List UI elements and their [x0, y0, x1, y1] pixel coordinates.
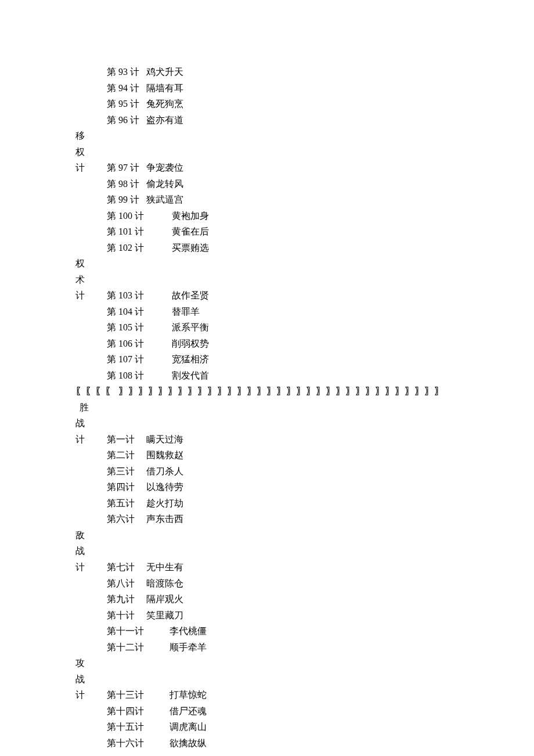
stratagem-title: 替罪羊 — [172, 307, 200, 316]
stratagem-title: 宽猛相济 — [172, 354, 209, 364]
stratagem-title: 黄雀在后 — [172, 226, 209, 236]
stratagem-number: 第十二计 — [107, 639, 167, 656]
stratagem-number: 第七计 — [107, 559, 144, 575]
category-char: 胜 — [75, 399, 459, 416]
stratagem-number: 第 105 计 — [107, 319, 169, 336]
stratagem-number: 第十一计 — [107, 623, 167, 639]
stratagem-title: 盗亦有道 — [146, 115, 183, 125]
stratagem-title: 顺手牵羊 — [169, 642, 207, 652]
stratagem-row: 第 96 计 盗亦有道 — [75, 112, 459, 128]
stratagem-number: 第 94 计 — [107, 80, 144, 96]
stratagem-title: 笑里藏刀 — [146, 610, 183, 620]
stratagem-title: 割发代首 — [172, 370, 209, 380]
stratagem-title: 争宠袭位 — [146, 163, 183, 172]
stratagem-row: 第 98 计 偷龙转风 — [75, 176, 459, 192]
stratagem-title: 偷龙转风 — [146, 179, 183, 189]
stratagem-number: 第 102 计 — [107, 240, 169, 256]
stratagem-number: 第十五计 — [107, 719, 167, 735]
stratagem-title: 派系平衡 — [172, 322, 209, 332]
stratagem-row: 第二计 围魏救赵 — [75, 447, 459, 463]
stratagem-title: 隔岸观火 — [146, 594, 183, 604]
stratagem-number: 第 93 计 — [107, 64, 144, 80]
stratagem-title: 暗渡陈仓 — [146, 578, 183, 588]
stratagem-row: 第 100 计 黄袍加身 — [75, 208, 459, 224]
stratagem-title: 隔墙有耳 — [146, 83, 183, 93]
stratagem-title: 李代桃僵 — [169, 626, 207, 636]
category-char-inline: 计 — [75, 431, 89, 448]
stratagem-number: 第十四计 — [107, 703, 167, 719]
stratagem-row: 第 99 计 狭武逼宫 — [75, 192, 459, 208]
stratagem-row: 第十四计 借尸还魂 — [75, 703, 459, 719]
category-char: 计第七计 无中生有 — [75, 559, 459, 575]
category-char: 计第 103 计 故作圣贤 — [75, 287, 459, 304]
stratagem-number: 第 97 计 — [107, 160, 144, 176]
stratagem-row: 第三计 借刀杀人 — [75, 463, 459, 480]
stratagem-row: 第六计 声东击西 — [75, 511, 459, 527]
stratagem-title: 瞒天过海 — [146, 434, 183, 444]
stratagem-row: 第十二计 顺手牵羊 — [75, 639, 459, 656]
stratagem-title: 狭武逼宫 — [146, 195, 183, 204]
stratagem-number: 第九计 — [107, 591, 144, 607]
stratagem-row: 第 94 计 隔墙有耳 — [75, 80, 459, 96]
stratagem-number: 第二计 — [107, 447, 144, 463]
stratagem-row: 第十五计 调虎离山 — [75, 719, 459, 735]
stratagem-row: 第 106 计 削弱权势 — [75, 336, 459, 352]
category-char: 权 — [75, 255, 459, 272]
stratagem-number: 第十三计 — [107, 687, 167, 703]
category-char: 敌 — [75, 527, 459, 543]
stratagem-title: 借尸还魂 — [169, 706, 207, 716]
category-char: 计第一计 瞒天过海 — [75, 431, 459, 448]
stratagem-title: 买票贿选 — [172, 243, 209, 253]
stratagem-title: 兔死狗烹 — [146, 99, 183, 109]
category-char: 计第十三计 打草惊蛇 — [75, 687, 459, 703]
category-char: 战 — [75, 415, 459, 431]
stratagem-title: 削弱权势 — [172, 339, 209, 348]
stratagem-row: 第 95 计 兔死狗烹 — [75, 96, 459, 112]
stratagem-title: 调虎离山 — [169, 722, 207, 732]
stratagem-number: 第 107 计 — [107, 351, 169, 368]
stratagem-title: 无中生有 — [146, 562, 183, 572]
stratagem-title: 声东击西 — [146, 514, 183, 524]
stratagem-row: 第九计 隔岸观火 — [75, 591, 459, 607]
category-char: 术 — [75, 272, 459, 288]
category-char: 战 — [75, 543, 459, 559]
stratagem-title: 趁火打劫 — [146, 498, 183, 508]
stratagem-row: 第 93 计 鸡犬升天 — [75, 64, 459, 80]
stratagem-row: 第 101 计 黄雀在后 — [75, 224, 459, 240]
stratagem-row: 第五计 趁火打劫 — [75, 495, 459, 512]
stratagem-title: 围魏救赵 — [146, 450, 183, 460]
category-char-inline: 计 — [75, 287, 89, 304]
stratagem-number: 第六计 — [107, 511, 144, 527]
stratagem-number: 第 95 计 — [107, 96, 144, 112]
stratagem-title: 以逸待劳 — [146, 482, 183, 492]
stratagem-row: 第 105 计 派系平衡 — [75, 319, 459, 336]
stratagem-number: 第三计 — [107, 463, 144, 480]
stratagem-number: 第 104 计 — [107, 304, 169, 320]
stratagem-number: 第十计 — [107, 607, 144, 624]
stratagem-number: 第 96 计 — [107, 112, 144, 128]
stratagem-number: 第 106 计 — [107, 336, 169, 352]
stratagem-title: 欲擒故纵 — [169, 738, 207, 748]
stratagem-row: 第十一计 李代桃僵 — [75, 623, 459, 639]
stratagem-row: 第十计 笑里藏刀 — [75, 607, 459, 624]
stratagem-number: 第 108 计 — [107, 368, 169, 384]
stratagem-row: 第十六计 欲擒故纵 — [75, 735, 459, 751]
stratagem-row: 第 107 计 宽猛相济 — [75, 351, 459, 368]
stratagem-row: 第八计 暗渡陈仓 — [75, 575, 459, 592]
stratagem-title: 打草惊蛇 — [169, 690, 207, 700]
stratagem-number: 第 99 计 — [107, 192, 144, 208]
stratagem-number: 第 100 计 — [107, 208, 169, 224]
section-divider: 〖〖〖〖 〗〗〗〗〗〗〗〗〗〗〗〗〗〗〗〗〗〗〗〗〗〗〗〗〗〗〗〗〗〗〗〗〗 — [75, 383, 459, 399]
stratagem-number: 第 98 计 — [107, 176, 144, 192]
stratagem-title: 借刀杀人 — [146, 466, 183, 476]
category-char-inline: 计 — [75, 160, 89, 176]
stratagem-title: 黄袍加身 — [172, 211, 209, 221]
category-char: 攻 — [75, 655, 459, 671]
stratagem-number: 第 101 计 — [107, 224, 169, 240]
stratagem-number: 第八计 — [107, 575, 144, 592]
stratagem-row: 第 102 计 买票贿选 — [75, 240, 459, 256]
stratagem-row: 第 104 计 替罪羊 — [75, 304, 459, 320]
category-char-inline: 计 — [75, 687, 89, 703]
stratagem-row: 第 108 计 割发代首 — [75, 368, 459, 384]
category-char: 计第 97 计 争宠袭位 — [75, 160, 459, 176]
